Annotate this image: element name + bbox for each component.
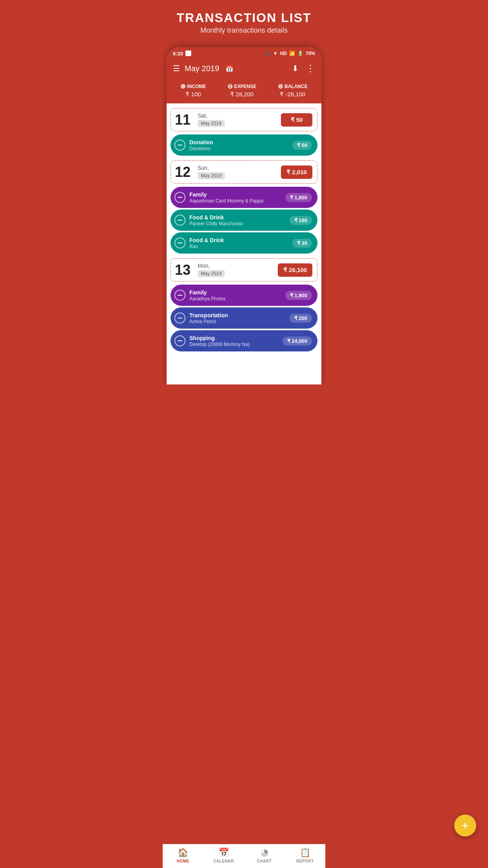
date-month-0: May 2019 <box>198 120 225 127</box>
date-group-2: 13 Mon, May 2019 ₹ 26,100 <box>171 258 317 281</box>
phone-frame: 6:20 🅿 🎧 ▼ HD 📶 🔋 70% ☰ May 2019 📅 ⬇ ⋮ ⊕ <box>167 47 321 384</box>
tx-left-2-2: Shopping Desktop (20000 Mummy Na) <box>174 335 283 347</box>
download-icon[interactable]: ⬇ <box>292 64 299 73</box>
date-total-1: ₹ 2,010 <box>281 166 312 179</box>
tx-note-2-1: Active Petrol <box>189 319 228 324</box>
tx-minus-line-1-2 <box>178 243 182 244</box>
balance-icon: ⊜ <box>278 83 283 90</box>
date-left-0: 11 Sat, May 2019 <box>175 112 225 127</box>
date-day-2: Mon, <box>198 263 225 269</box>
header-left: ☰ May 2019 📅 <box>173 64 233 73</box>
tx-minus-line-1-1 <box>178 220 182 221</box>
date-info-2: Mon, May 2019 <box>198 263 225 277</box>
header-month: May 2019 <box>185 64 219 73</box>
tx-amount-1-0: ₹ 1,800 <box>285 193 312 202</box>
tx-note-1-1: Paneer Chilly Manchurian <box>189 221 243 226</box>
date-left-1: 12 Sun, May 2019 <box>175 165 225 179</box>
calendar-icon[interactable]: 📅 <box>226 65 233 72</box>
summary-bar: ⊕ INCOME ₹ 100 ⊖ EXPENSE ₹ 28,200 ⊜ BALA… <box>167 79 321 103</box>
tx-category-2-2: Shopping <box>189 335 250 341</box>
summary-expense: ⊖ EXPENSE ₹ 28,200 <box>227 83 257 98</box>
date-day-0: Sat, <box>198 112 225 119</box>
tx-info-1-2: Food & Drink Ras <box>189 237 224 249</box>
balance-value: ₹ -28,100 <box>278 91 308 98</box>
summary-income: ⊕ INCOME ₹ 100 <box>180 83 206 98</box>
transaction-item-1-2[interactable]: Food & Drink Ras ₹ 30 <box>171 232 317 254</box>
tx-minus-icon-1-0 <box>174 192 185 203</box>
date-number-2: 13 <box>175 263 192 277</box>
tx-note-0-0: Donations <box>189 146 213 151</box>
signal-icon: 📶 <box>289 51 295 56</box>
tx-amount-2-2: ₹ 24,000 <box>283 337 312 346</box>
date-total-0: ₹ 50 <box>281 113 312 127</box>
headphone-icon: 🎧 <box>265 51 271 56</box>
date-group-1: 12 Sun, May 2019 ₹ 2,010 <box>171 160 317 184</box>
transaction-item-2-2[interactable]: Shopping Desktop (20000 Mummy Na) ₹ 24,0… <box>171 330 317 351</box>
income-icon: ⊕ <box>180 83 185 90</box>
expense-icon: ⊖ <box>227 83 233 90</box>
tx-minus-line-2-2 <box>178 340 182 342</box>
date-number-0: 11 <box>175 113 192 127</box>
tx-minus-line-1-0 <box>178 197 182 198</box>
tx-minus-line-0-0 <box>178 145 182 146</box>
date-month-2: May 2019 <box>198 270 225 277</box>
tx-amount-2-1: ₹ 200 <box>290 314 312 323</box>
banner: TRANSACTION LIST Monthly transactions de… <box>163 0 325 41</box>
transaction-item-2-0[interactable]: Family Aaradhya Photos ₹ 1,900 <box>171 285 317 306</box>
header-right: ⬇ ⋮ <box>292 63 315 74</box>
tx-amount-1-1: ₹ 180 <box>290 216 312 225</box>
transaction-item-0-0[interactable]: Donation Donations ₹ 50 <box>171 134 317 156</box>
tx-info-0-0: Donation Donations <box>189 139 213 151</box>
expense-value: ₹ 28,200 <box>227 91 257 98</box>
tx-amount-2-0: ₹ 1,900 <box>285 291 312 300</box>
tx-minus-icon-2-1 <box>174 313 185 324</box>
tx-left-1-2: Food & Drink Ras <box>174 237 292 249</box>
tx-left-2-1: Transportation Active Petrol <box>174 312 290 324</box>
tx-category-0-0: Donation <box>189 139 213 145</box>
date-info-0: Sat, May 2019 <box>198 112 225 127</box>
date-info-1: Sun, May 2019 <box>198 165 225 179</box>
tx-left-1-1: Food & Drink Paneer Chilly Manchurian <box>174 214 290 226</box>
income-label: INCOME <box>187 84 206 89</box>
battery-icon: 🔋 <box>297 51 303 56</box>
tx-category-2-0: Family <box>189 289 226 296</box>
tx-note-1-2: Ras <box>189 244 224 249</box>
tx-category-1-1: Food & Drink <box>189 214 243 221</box>
summary-balance: ⊜ BALANCE ₹ -28,100 <box>278 83 308 98</box>
tx-amount-0-0: ₹ 50 <box>292 141 312 150</box>
tx-info-2-2: Shopping Desktop (20000 Mummy Na) <box>189 335 250 347</box>
p-icon: 🅿 <box>185 50 191 57</box>
tx-note-1-0: Aayushman Card Mummy & Pappa <box>189 198 263 204</box>
tx-note-2-2: Desktop (20000 Mummy Na) <box>189 342 250 347</box>
tx-minus-icon-1-2 <box>174 237 185 248</box>
tx-info-1-1: Food & Drink Paneer Chilly Manchurian <box>189 214 243 226</box>
tx-info-2-0: Family Aaradhya Photos <box>189 289 226 302</box>
transaction-item-1-1[interactable]: Food & Drink Paneer Chilly Manchurian ₹ … <box>171 210 317 231</box>
tx-minus-icon-2-2 <box>174 335 185 346</box>
tx-category-2-1: Transportation <box>189 312 228 318</box>
transaction-item-1-0[interactable]: Family Aayushman Card Mummy & Pappa ₹ 1,… <box>171 187 317 208</box>
date-number-1: 12 <box>175 165 192 179</box>
status-bar: 6:20 🅿 🎧 ▼ HD 📶 🔋 70% <box>167 47 321 59</box>
tx-category-1-0: Family <box>189 191 263 198</box>
transaction-list: 11 Sat, May 2019 ₹ 50 Donation Donations <box>167 103 321 384</box>
status-left: 6:20 🅿 <box>173 50 191 57</box>
date-day-1: Sun, <box>198 165 225 171</box>
wifi-icon: ▼ <box>273 51 278 56</box>
tx-info-2-1: Transportation Active Petrol <box>189 312 228 324</box>
time: 6:20 <box>173 51 183 57</box>
more-icon[interactable]: ⋮ <box>306 63 315 74</box>
income-value: ₹ 100 <box>180 91 206 98</box>
balance-label: BALANCE <box>284 84 308 89</box>
tx-note-2-0: Aaradhya Photos <box>189 296 226 302</box>
tx-category-1-2: Food & Drink <box>189 237 224 243</box>
transaction-item-2-1[interactable]: Transportation Active Petrol ₹ 200 <box>171 307 317 329</box>
menu-icon[interactable]: ☰ <box>173 64 180 73</box>
date-left-2: 13 Mon, May 2019 <box>175 263 225 277</box>
battery-percent: 70% <box>306 51 315 56</box>
tx-info-1-0: Family Aayushman Card Mummy & Pappa <box>189 191 263 204</box>
tx-left-0-0: Donation Donations <box>174 139 292 151</box>
tx-minus-line-2-1 <box>178 318 182 319</box>
tx-minus-icon-0-0 <box>174 140 185 151</box>
date-group-0: 11 Sat, May 2019 ₹ 50 <box>171 108 317 131</box>
